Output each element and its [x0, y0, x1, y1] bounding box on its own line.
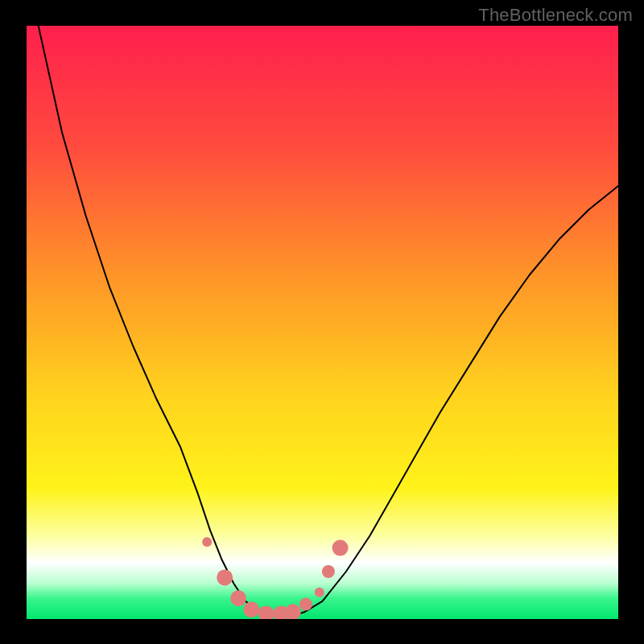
plot-background [27, 26, 618, 619]
watermark-text: TheBottleneck.com [478, 5, 633, 26]
bottom-marker [332, 540, 349, 556]
bottom-marker [299, 598, 312, 611]
bottom-marker [322, 565, 335, 578]
bottleneck-chart [0, 0, 644, 644]
bottom-marker [243, 601, 259, 617]
bottom-marker [230, 590, 246, 606]
bottom-marker [217, 569, 233, 585]
bottom-marker [202, 537, 212, 547]
bottom-marker [285, 604, 301, 620]
bottom-marker [315, 588, 324, 597]
bottom-marker [258, 605, 275, 621]
